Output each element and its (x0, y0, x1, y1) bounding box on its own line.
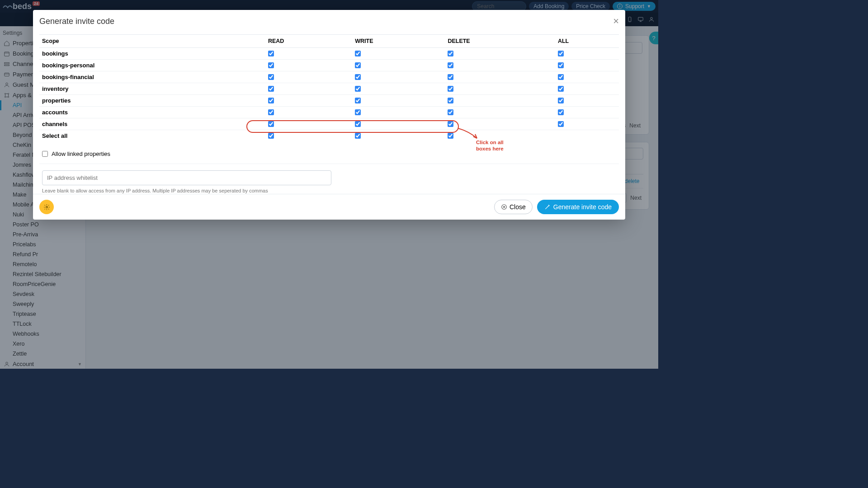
scope-checkbox[interactable] (448, 74, 453, 80)
close-circle-icon (501, 204, 507, 210)
scope-table: Scope READ WRITE DELETE ALL bookingsbook… (39, 34, 619, 141)
scope-checkbox[interactable] (268, 98, 274, 103)
scope-checkbox[interactable] (355, 98, 361, 103)
th-write: WRITE (352, 35, 445, 48)
scope-checkbox[interactable] (355, 74, 361, 80)
th-read: READ (265, 35, 352, 48)
scope-checkbox[interactable] (448, 62, 453, 68)
svg-point-18 (46, 206, 47, 208)
scope-checkbox[interactable] (448, 51, 453, 56)
scope-row: bookings-financial (39, 71, 619, 83)
scope-checkbox[interactable] (355, 62, 361, 68)
annotation-text: Click on all boxes here (476, 139, 504, 152)
scope-checkbox[interactable] (355, 121, 361, 127)
scope-checkbox[interactable] (355, 109, 361, 115)
ip-whitelist-input[interactable] (42, 170, 331, 185)
allow-linked-label: Allow linked properties (52, 150, 110, 157)
settings-fab[interactable] (39, 200, 54, 214)
scope-checkbox[interactable] (268, 109, 274, 115)
close-button[interactable]: Close (494, 200, 533, 214)
scope-row: bookings-personal (39, 60, 619, 71)
close-icon[interactable]: × (613, 15, 619, 27)
scope-row: properties (39, 95, 619, 107)
scope-checkbox[interactable] (448, 109, 453, 115)
scope-checkbox[interactable] (268, 86, 274, 92)
th-all: ALL (555, 35, 619, 48)
scope-checkbox[interactable] (355, 51, 361, 56)
scope-checkbox[interactable] (268, 74, 274, 80)
modal-title: Generate invite code (39, 17, 114, 26)
scope-row: channels (39, 118, 619, 130)
scope-label: inventory (39, 83, 265, 95)
scope-checkbox[interactable] (448, 98, 453, 103)
scope-label: bookings-personal (39, 60, 265, 71)
gear-icon (43, 204, 50, 211)
scope-checkbox[interactable] (268, 62, 274, 68)
scope-checkbox[interactable] (448, 133, 453, 139)
scope-checkbox[interactable] (448, 86, 453, 92)
wand-icon (544, 204, 551, 210)
scope-checkbox[interactable] (558, 86, 564, 92)
scope-row: accounts (39, 107, 619, 118)
scope-checkbox[interactable] (268, 133, 274, 139)
scope-checkbox[interactable] (558, 62, 564, 68)
ip-hint-text: Leave blank to allow access from any IP … (39, 186, 619, 194)
scope-checkbox[interactable] (558, 98, 564, 103)
th-scope: Scope (39, 35, 265, 48)
scope-label: bookings (39, 48, 265, 60)
scope-label: Select all (39, 130, 265, 142)
scope-label: properties (39, 95, 265, 107)
modal-overlay: Generate invite code × Scope READ WRITE … (0, 0, 658, 369)
scope-checkbox[interactable] (558, 109, 564, 115)
generate-invite-modal: Generate invite code × Scope READ WRITE … (33, 10, 625, 220)
scope-checkbox[interactable] (558, 121, 564, 127)
scope-checkbox[interactable] (448, 121, 453, 127)
scope-label: bookings-financial (39, 71, 265, 83)
allow-linked-checkbox[interactable] (42, 151, 48, 157)
scope-row: Select all (39, 130, 619, 142)
scope-checkbox[interactable] (558, 51, 564, 56)
scope-checkbox[interactable] (268, 51, 274, 56)
scope-checkbox[interactable] (268, 121, 274, 127)
scope-label: channels (39, 118, 265, 130)
scope-row: bookings (39, 48, 619, 60)
scope-label: accounts (39, 107, 265, 118)
close-label: Close (509, 203, 526, 211)
scope-checkbox[interactable] (355, 86, 361, 92)
scope-row: inventory (39, 83, 619, 95)
scope-checkbox[interactable] (558, 74, 564, 80)
scope-checkbox[interactable] (355, 133, 361, 139)
th-delete: DELETE (445, 35, 555, 48)
generate-button[interactable]: Generate invite code (537, 200, 619, 214)
generate-label: Generate invite code (553, 203, 612, 211)
